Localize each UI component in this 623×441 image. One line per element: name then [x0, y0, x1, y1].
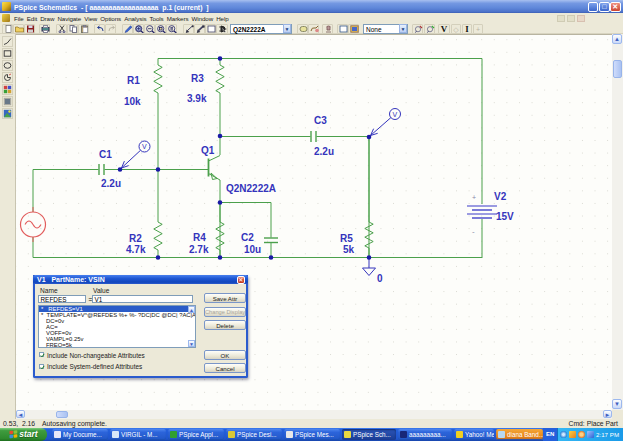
svg-text:V2: V2: [494, 191, 507, 202]
svg-text:-: -: [472, 227, 475, 236]
svg-text:Q2N2222A: Q2N2222A: [226, 183, 276, 194]
svg-text:2.2u: 2.2u: [314, 146, 334, 157]
svg-text:+: +: [472, 194, 476, 201]
svg-text:Q1: Q1: [201, 145, 215, 156]
svg-text:2.7k: 2.7k: [189, 244, 209, 255]
svg-text:R2: R2: [129, 233, 142, 244]
svg-text:C3: C3: [314, 115, 327, 126]
svg-text:0: 0: [377, 273, 383, 284]
svg-text:5k: 5k: [343, 244, 355, 255]
svg-text:C1: C1: [99, 149, 112, 160]
svg-text:R5: R5: [340, 233, 353, 244]
svg-text:C2: C2: [241, 232, 254, 243]
svg-text:R3: R3: [191, 73, 204, 84]
svg-text:10k: 10k: [124, 96, 141, 107]
svg-text:V: V: [392, 111, 397, 118]
svg-text:R4: R4: [193, 232, 206, 243]
svg-text:2.2u: 2.2u: [101, 178, 121, 189]
svg-text:15V: 15V: [496, 211, 514, 222]
svg-text:R1: R1: [127, 75, 140, 86]
svg-text:3.9k: 3.9k: [187, 93, 207, 104]
svg-text:V: V: [142, 143, 147, 150]
svg-text:4.7k: 4.7k: [126, 244, 146, 255]
svg-text:10u: 10u: [244, 244, 261, 255]
